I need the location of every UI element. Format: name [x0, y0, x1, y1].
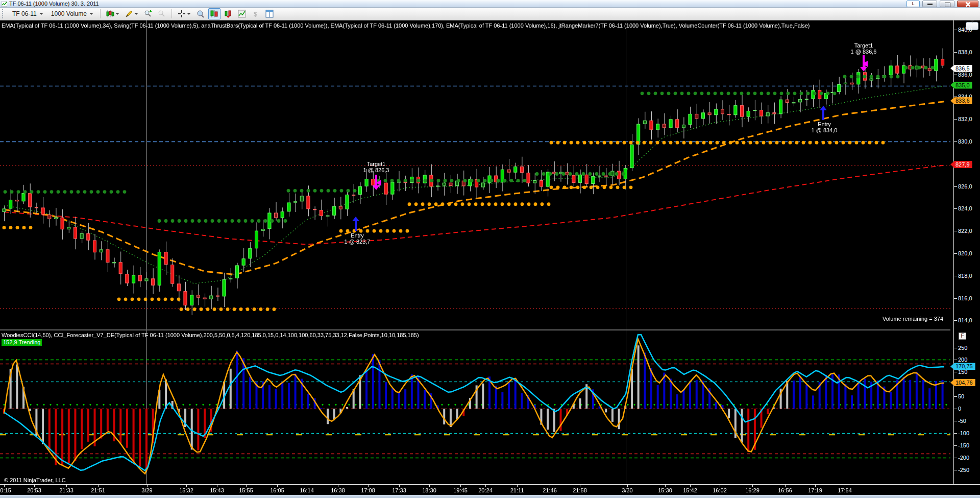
chart-trader-button[interactable] — [208, 8, 220, 19]
axis-tick-label: 814,0 — [958, 317, 972, 323]
axis-tick-label: 838,0 — [958, 49, 972, 55]
time-tick-label: 20:24 — [478, 487, 493, 493]
zoom-window-button[interactable] — [194, 8, 207, 19]
time-tick — [98, 485, 99, 487]
price-chart-canvas[interactable] — [0, 20, 950, 330]
grip-handle[interactable] — [2, 9, 6, 18]
price-marker-tag: 827,9 — [950, 161, 972, 168]
axis-tick-label: 818,0 — [958, 273, 972, 279]
minimize-button[interactable] — [922, 1, 937, 7]
line-chart-button[interactable] — [236, 8, 248, 19]
axis-tick-label: 832,0 — [958, 116, 972, 122]
axis-tick-label: 0 — [958, 406, 961, 412]
toolbar-separator — [172, 9, 172, 18]
crosshair-icon — [178, 10, 186, 18]
time-tick-label: 16:38 — [331, 487, 345, 493]
trade-annotation-label: Entry1 @ 834,0 — [796, 121, 852, 133]
time-tick — [580, 485, 580, 487]
restore-button[interactable] — [940, 1, 954, 7]
time-tick — [815, 485, 816, 487]
price-marker-tag: 836,5 — [950, 65, 972, 72]
axis-tick-label: -200 — [958, 455, 969, 461]
chart-style-button[interactable] — [104, 8, 121, 19]
time-tick — [368, 485, 369, 487]
time-tick — [485, 485, 486, 487]
instrument-selector[interactable]: TF 06-11 — [9, 9, 46, 19]
bars-period-button[interactable] — [222, 8, 234, 19]
time-tick-label: 15:30 — [658, 487, 672, 493]
axis-tick-label: -250 — [958, 467, 969, 473]
axis-tick — [954, 186, 957, 187]
time-tick — [217, 485, 217, 487]
axis-tick — [954, 141, 957, 142]
title-bar[interactable]: TF 06-11 (1000 Volume) 30. 3. 2011 L — [0, 0, 980, 8]
time-tick — [460, 485, 461, 487]
price-marker-tag: 104,76 — [950, 379, 975, 386]
time-tick-label: 17:08 — [361, 487, 375, 493]
window-bottom-border — [0, 495, 980, 498]
time-tick-label: 16:56 — [778, 487, 792, 493]
toolbar-separator — [100, 9, 101, 18]
interval-selector[interactable]: 1000 Volume — [48, 9, 96, 19]
crosshair-button[interactable] — [176, 8, 193, 19]
time-tick-label: 16:14 — [300, 487, 314, 493]
axis-tick — [954, 276, 957, 276]
chevron-down-icon — [39, 13, 43, 15]
time-tick — [399, 485, 400, 487]
time-tick-label: 21:33 — [59, 487, 74, 493]
panel-splitter[interactable] — [0, 329, 980, 330]
price-panel-indicator-list: EMA(Typical of TF 06-11 (1000 Volume),34… — [2, 22, 810, 29]
time-tick-label: 15:43 — [210, 487, 224, 493]
zoom-out-button[interactable] — [156, 8, 168, 19]
axis-tick — [954, 97, 957, 97]
grid-panel-button[interactable] — [263, 8, 276, 19]
time-tick — [246, 485, 247, 487]
price-axis[interactable]: F 840,0838,0836,0834,0832,0830,0828,0826… — [950, 20, 980, 484]
trade-annotation-label: Target11 @ 826,3 — [348, 161, 404, 173]
axis-tick — [954, 30, 957, 30]
focus-button[interactable]: F — [959, 333, 966, 340]
time-tick — [186, 485, 187, 487]
axis-tick — [954, 409, 957, 409]
cci-indicator-canvas[interactable] — [0, 330, 950, 484]
time-tick — [66, 485, 67, 487]
chart-trader-icon — [210, 10, 218, 18]
chevron-down-icon — [187, 13, 191, 15]
close-button[interactable] — [957, 1, 978, 7]
time-tick-label: 15:32 — [179, 487, 193, 493]
axis-tick-label: 830,0 — [958, 138, 972, 145]
time-tick — [307, 485, 307, 487]
link-button[interactable]: L — [906, 1, 920, 7]
time-tick-label: 21:46 — [543, 487, 557, 493]
axis-tick — [954, 421, 957, 421]
minimize-icon — [927, 4, 933, 5]
zoom-in-button[interactable] — [142, 8, 154, 19]
time-tick — [690, 485, 691, 487]
time-tick — [627, 485, 628, 487]
time-tick-label: 21:58 — [573, 487, 587, 493]
time-tick — [429, 485, 430, 487]
chart-area: EMA(Typical of TF 06-11 (1000 Volume),34… — [0, 20, 980, 498]
app-icon — [2, 1, 7, 7]
axis-border-line — [953, 20, 954, 484]
candlestick-style-icon — [106, 10, 114, 18]
axis-tick-label: 822,0 — [958, 228, 972, 234]
time-tick — [550, 485, 550, 487]
axis-tick — [954, 360, 957, 360]
time-axis: 20:1520:5321:3321:513/2915:3215:4315:551… — [0, 484, 980, 495]
dollar-button[interactable]: $ — [250, 8, 262, 19]
zoom-in-icon — [144, 10, 152, 18]
time-tick — [34, 485, 35, 487]
bars-period-icon — [224, 10, 232, 18]
cci-trend-status-badge: 152,9 Trending — [2, 339, 42, 346]
price-marker-tag: 835,0 — [950, 82, 972, 89]
target-marker-icon — [376, 180, 381, 186]
chevron-down-icon — [89, 13, 93, 15]
axis-tick — [954, 445, 957, 446]
time-tick — [720, 485, 720, 487]
axis-tick — [954, 320, 957, 321]
volume-remaining-label: Volume remaining = 374 — [883, 316, 943, 322]
axis-tick — [954, 372, 957, 372]
drawing-tools-button[interactable] — [123, 8, 140, 19]
price-marker-tag: 170,75 — [950, 363, 975, 370]
